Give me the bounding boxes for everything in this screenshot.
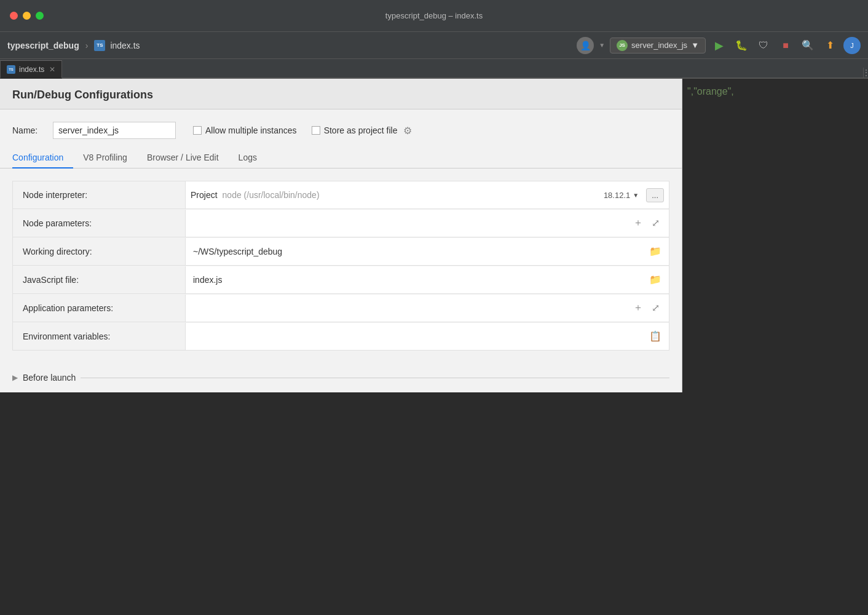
breadcrumb-sep: › (85, 41, 89, 50)
node-parameters-input[interactable] (191, 217, 629, 229)
node-interpreter-value: Project node (/usr/local/bin/node) 18.12… (185, 181, 669, 208)
code-line-1: ","orange", (687, 84, 863, 100)
run-config-name: server_index_js (631, 41, 687, 50)
javascript-file-browse-button[interactable]: 📁 (647, 271, 664, 288)
dialog-header: Run/Debug Configurations (0, 79, 682, 109)
application-parameters-value: ＋ ⤢ (185, 295, 669, 322)
tab-logs[interactable]: Logs (229, 148, 267, 169)
before-launch-title: Before launch (23, 373, 76, 383)
interpreter-path: node (/usr/local/bin/node) (223, 190, 604, 200)
traffic-lights (10, 12, 44, 20)
node-parameters-row: Node parameters: ＋ ⤢ (12, 209, 669, 237)
interpreter-more-button[interactable]: ... (646, 188, 664, 202)
window-title: typescript_debug – index.ts (385, 11, 483, 20)
profile-icon[interactable]: J (843, 37, 861, 54)
dialog-title: Run/Debug Configurations (12, 89, 153, 101)
tab-v8-profiling[interactable]: V8 Profiling (73, 148, 137, 169)
titlebar: typescript_debug – index.ts (0, 0, 868, 32)
debug-button[interactable]: 🐛 (733, 37, 750, 54)
environment-variables-row: Environment variables: 📋 (12, 322, 669, 351)
working-directory-browse-button[interactable]: 📁 (647, 243, 664, 260)
before-launch-chevron[interactable]: ▶ (12, 373, 18, 382)
node-interpreter-label: Node interpreter: (13, 184, 185, 206)
name-input[interactable] (53, 122, 176, 139)
allow-multiple-checkbox[interactable] (193, 126, 202, 135)
stop-button[interactable]: ■ (777, 37, 794, 54)
run-button[interactable]: ▶ (711, 37, 728, 54)
config-tabs: Configuration V8 Profiling Browser / Liv… (0, 148, 682, 169)
working-directory-row: Working directory: 📁 (12, 237, 669, 266)
toolbar-filename[interactable]: index.ts (110, 41, 140, 50)
run-config-dropdown-arrow: ▼ (691, 41, 699, 50)
file-icon: TS (7, 65, 15, 74)
javascript-file-row: JavaScript file: 📁 (12, 266, 669, 294)
gear-icon[interactable]: ⚙ (403, 125, 412, 137)
working-directory-label: Working directory: (13, 240, 185, 263)
content-area: ","orange", Run/Debug Configurations Nam… (0, 79, 868, 615)
search-button[interactable]: 🔍 (799, 37, 816, 54)
coverage-button[interactable]: 🛡 (755, 37, 772, 54)
minimize-button[interactable] (23, 12, 31, 20)
code-editor-background: ","orange", (682, 79, 868, 615)
store-project-checkbox[interactable] (312, 126, 320, 135)
store-project-label: Store as project file (324, 125, 398, 135)
user-avatar[interactable]: 👤 (577, 37, 594, 54)
tab-name: index.ts (19, 65, 44, 74)
maximize-button[interactable] (36, 12, 44, 20)
checkbox-group: Allow multiple instances Store as projec… (193, 125, 412, 137)
update-button[interactable]: ⬆ (821, 37, 838, 54)
working-directory-value: 📁 (185, 238, 669, 265)
run-debug-dialog: Run/Debug Configurations Name: Allow mul… (0, 79, 682, 392)
name-label: Name: (12, 125, 43, 135)
toolbar: typescript_debug › TS index.ts 👤 ▼ JS se… (0, 32, 868, 59)
nodejs-icon: JS (617, 40, 628, 51)
interpreter-row: Project node (/usr/local/bin/node) 18.12… (191, 188, 664, 202)
javascript-file-label: JavaScript file: (13, 269, 185, 291)
allow-multiple-label: Allow multiple instances (205, 125, 297, 135)
run-config-selector[interactable]: JS server_index_js ▼ (610, 38, 706, 54)
application-parameters-label: Application parameters: (13, 297, 185, 319)
configuration-content: Node interpreter: Project node (/usr/loc… (0, 169, 682, 363)
application-parameters-add-button[interactable]: ＋ (629, 300, 647, 317)
before-launch-separator (81, 378, 669, 378)
close-button[interactable] (10, 12, 18, 20)
store-project-item: Store as project file ⚙ (312, 125, 412, 137)
allow-multiple-item: Allow multiple instances (193, 125, 297, 135)
application-parameters-row: Application parameters: ＋ ⤢ (12, 294, 669, 322)
javascript-file-input[interactable] (191, 274, 647, 286)
before-launch-section: ▶ Before launch (0, 363, 682, 392)
environment-variables-input[interactable] (191, 330, 647, 343)
node-interpreter-row: Node interpreter: Project node (/usr/loc… (12, 181, 669, 209)
file-type-icon: TS (94, 40, 105, 51)
avatar-dropdown-arrow[interactable]: ▼ (599, 42, 605, 49)
working-directory-input[interactable] (191, 245, 647, 258)
environment-variables-label: Environment variables: (13, 325, 185, 347)
interpreter-dropdown-arrow[interactable]: ▼ (633, 192, 639, 199)
name-row: Name: Allow multiple instances Store as … (0, 109, 682, 148)
tab-close-button[interactable]: ✕ (49, 65, 55, 74)
node-parameters-add-button[interactable]: ＋ (629, 215, 647, 232)
interpreter-project: Project (191, 190, 223, 200)
node-parameters-value: ＋ ⤢ (185, 210, 669, 237)
project-name[interactable]: typescript_debug (7, 41, 79, 50)
node-parameters-expand-button[interactable]: ⤢ (647, 215, 664, 232)
interpreter-version: 18.12.1 (604, 191, 630, 200)
environment-variables-value: 📋 (185, 323, 669, 350)
application-parameters-expand-button[interactable]: ⤢ (647, 300, 664, 317)
tab-index-ts[interactable]: TS index.ts ✕ (0, 60, 62, 79)
javascript-file-value: 📁 (185, 266, 669, 293)
tab-overflow-icon[interactable]: ⋮ (862, 68, 869, 77)
tab-browser-live-edit[interactable]: Browser / Live Edit (137, 148, 229, 169)
code-text: ","orange", (687, 86, 734, 97)
node-parameters-label: Node parameters: (13, 212, 185, 234)
application-parameters-input[interactable] (191, 302, 629, 314)
tab-configuration[interactable]: Configuration (12, 148, 73, 169)
tab-bar: TS index.ts ✕ ⋮ (0, 59, 868, 79)
environment-variables-edit-button[interactable]: 📋 (647, 328, 664, 345)
